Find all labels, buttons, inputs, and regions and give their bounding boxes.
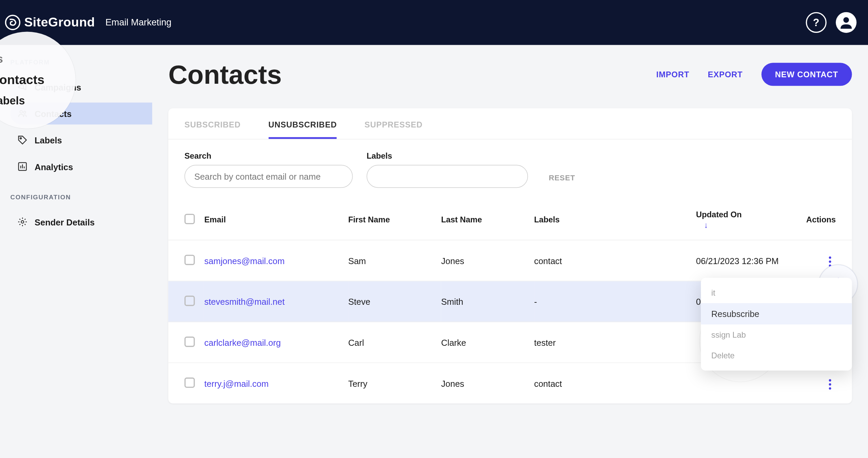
reset-button[interactable]: RESET xyxy=(542,168,582,188)
row-checkbox[interactable] xyxy=(184,295,195,306)
gear-icon xyxy=(17,217,28,227)
cell-fname: Carl xyxy=(348,322,441,363)
sidebar-label: Analytics xyxy=(35,162,73,172)
sidebar-label: Sender Details xyxy=(35,217,95,227)
labels-input[interactable] xyxy=(367,165,528,188)
email-link[interactable]: terry.j@mail.com xyxy=(204,378,269,388)
help-icon[interactable]: ? xyxy=(806,12,827,33)
col-lname[interactable]: Last Name xyxy=(441,199,534,240)
sidebar-section-platform: PLATFORM xyxy=(11,59,152,65)
cell-fname: Terry xyxy=(348,363,441,403)
sort-arrow-icon: ↓ xyxy=(704,220,708,229)
row-actions-menu: it Resubscribe ssign Lab Delete xyxy=(701,278,852,371)
cell-labels: contact xyxy=(534,240,696,281)
app-name: Email Marketing xyxy=(105,17,172,28)
sidebar-label: Campaigns xyxy=(35,82,81,92)
chart-icon xyxy=(17,161,28,172)
sidebar-label: Contacts xyxy=(35,108,72,118)
svg-point-6 xyxy=(21,221,24,223)
svg-point-4 xyxy=(20,138,21,139)
cell-labels: - xyxy=(534,281,696,322)
sidebar-section-config: CONFIGURATION xyxy=(11,194,152,200)
sidebar-item-sender-details[interactable]: Sender Details xyxy=(11,211,152,233)
tag-icon xyxy=(17,135,28,145)
users-icon xyxy=(17,108,28,119)
new-contact-button[interactable]: NEW CONTACT xyxy=(761,63,852,86)
cell-lname: Clarke xyxy=(441,322,534,363)
menu-item-delete[interactable]: Delete xyxy=(701,345,852,366)
sidebar-item-campaigns[interactable]: Campaigns xyxy=(11,76,152,98)
page-title: Contacts xyxy=(168,59,282,90)
row-checkbox[interactable] xyxy=(184,336,195,347)
cell-labels: contact xyxy=(534,363,696,403)
sidebar-label: Labels xyxy=(35,135,62,145)
row-checkbox[interactable] xyxy=(184,255,195,265)
email-link[interactable]: carlclarke@mail.org xyxy=(204,337,281,347)
sidebar: PLATFORM Campaigns Contacts Labels Analy… xyxy=(0,45,152,458)
export-button[interactable]: EXPORT xyxy=(708,70,743,79)
cell-updated: 06/21/2023 12:36 PM xyxy=(696,240,804,281)
tab-unsubscribed[interactable]: UNSUBSCRIBED xyxy=(268,120,337,139)
cell-labels: tester xyxy=(534,322,696,363)
cell-fname: Sam xyxy=(348,240,441,281)
cell-lname: Jones xyxy=(441,363,534,403)
cell-fname: Steve xyxy=(348,281,441,322)
labels-label: Labels xyxy=(367,151,528,160)
row-checkbox[interactable] xyxy=(184,377,195,388)
logo-mark-icon xyxy=(5,15,21,31)
svg-point-2 xyxy=(20,111,23,113)
row-actions-kebab[interactable] xyxy=(824,376,836,393)
main: Contacts IMPORT EXPORT NEW CONTACT SUBSC… xyxy=(152,45,868,458)
table-row: samjones@mail.com Sam Jones contact 06/2… xyxy=(168,240,852,281)
menu-item-edit-partial[interactable]: it xyxy=(701,282,852,303)
brand-text: SiteGround xyxy=(24,15,95,30)
cell-lname: Jones xyxy=(441,240,534,281)
menu-item-assign-labels-partial[interactable]: ssign Lab xyxy=(701,324,852,345)
menu-item-resubscribe[interactable]: Resubscribe xyxy=(701,303,852,324)
select-all-checkbox[interactable] xyxy=(184,214,195,224)
table-header-row: Email First Name Last Name Labels Update… xyxy=(168,199,852,240)
user-icon xyxy=(839,15,854,30)
cell-lname: Smith xyxy=(441,281,534,322)
sidebar-item-analytics[interactable]: Analytics xyxy=(11,156,152,178)
avatar[interactable] xyxy=(836,12,856,33)
search-input[interactable] xyxy=(184,165,353,188)
logo[interactable]: SiteGround xyxy=(5,15,95,31)
search-label: Search xyxy=(184,151,353,160)
col-actions: Actions xyxy=(804,199,852,240)
sidebar-item-labels[interactable]: Labels xyxy=(11,129,152,151)
tabs: SUBSCRIBED UNSUBSCRIBED SUPPRESSED xyxy=(168,108,852,140)
col-updated[interactable]: Updated On ↓ xyxy=(696,199,804,240)
megaphone-icon xyxy=(17,82,28,92)
import-button[interactable]: IMPORT xyxy=(656,70,689,79)
header: SiteGround Email Marketing ? xyxy=(0,0,868,45)
svg-point-3 xyxy=(23,111,25,113)
svg-point-1 xyxy=(843,17,849,23)
sidebar-item-contacts[interactable]: Contacts xyxy=(11,103,152,125)
row-actions-kebab[interactable] xyxy=(824,253,836,270)
tab-subscribed[interactable]: SUBSCRIBED xyxy=(184,120,241,139)
col-labels[interactable]: Labels xyxy=(534,199,696,240)
svg-point-0 xyxy=(6,15,20,29)
col-fname[interactable]: First Name xyxy=(348,199,441,240)
col-email[interactable]: Email xyxy=(204,199,348,240)
tab-suppressed[interactable]: SUPPRESSED xyxy=(364,120,422,139)
email-link[interactable]: samjones@mail.com xyxy=(204,256,284,265)
email-link[interactable]: stevesmith@mail.net xyxy=(204,297,284,306)
